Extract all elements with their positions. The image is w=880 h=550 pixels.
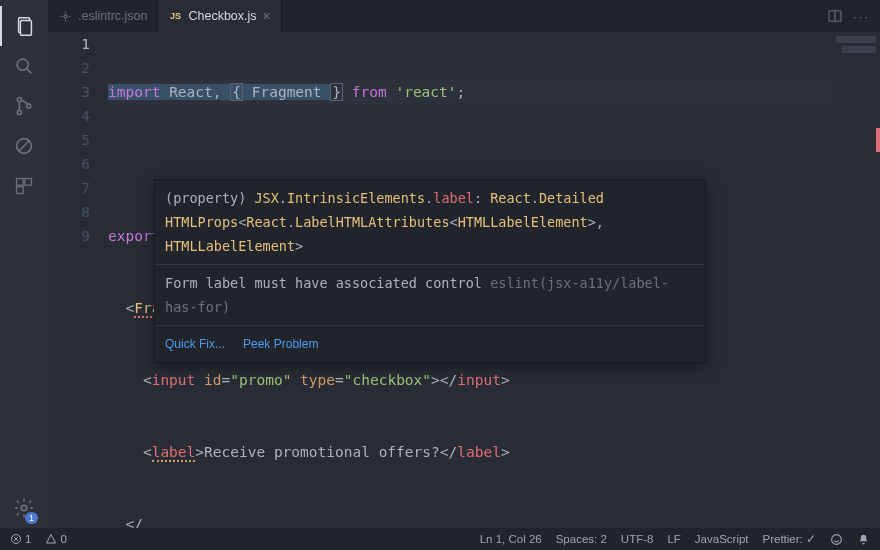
- hover-tooltip: (property) JSX.IntrinsicElements.label: …: [154, 179, 706, 363]
- debug-disabled-icon[interactable]: [0, 126, 48, 166]
- json-settings-icon: [58, 9, 72, 23]
- peek-problem-link[interactable]: Peek Problem: [243, 332, 318, 356]
- line-gutter: 1 2 3 4 5 6 7 8 9: [48, 32, 108, 528]
- svg-point-19: [832, 534, 842, 544]
- tab-eslintrc[interactable]: .eslintrc.json: [48, 0, 158, 32]
- js-file-icon: JS: [168, 9, 182, 23]
- search-icon[interactable]: [0, 46, 48, 86]
- svg-point-13: [63, 14, 66, 17]
- activity-bar: 1: [0, 0, 48, 528]
- svg-rect-1: [20, 21, 31, 36]
- status-prettier[interactable]: Prettier: ✓: [763, 532, 816, 546]
- more-actions-icon[interactable]: ···: [853, 9, 870, 24]
- split-editor-icon[interactable]: [827, 8, 843, 24]
- code-line-5[interactable]: <input id="promo" type="checkbox"></inpu…: [108, 368, 880, 392]
- minimap-error-marker: [876, 128, 880, 152]
- extensions-icon[interactable]: [0, 166, 48, 206]
- status-language[interactable]: JavaScript: [695, 533, 749, 545]
- settings-gear-icon[interactable]: 1: [0, 488, 48, 528]
- close-icon[interactable]: ×: [263, 8, 271, 24]
- svg-point-12: [21, 505, 27, 511]
- status-encoding[interactable]: UTF-8: [621, 533, 654, 545]
- code-line-6[interactable]: <label>Receive promotional offers?</labe…: [108, 440, 880, 464]
- hover-signature: (property) JSX.IntrinsicElements.label: …: [155, 180, 705, 264]
- svg-line-3: [27, 69, 32, 74]
- status-feedback-icon[interactable]: [830, 533, 843, 546]
- svg-rect-11: [17, 187, 24, 194]
- status-cursor-position[interactable]: Ln 1, Col 26: [480, 533, 542, 545]
- svg-point-5: [17, 110, 21, 114]
- svg-point-4: [17, 97, 21, 101]
- svg-rect-10: [25, 179, 32, 186]
- status-bar: 1 0 Ln 1, Col 26 Spaces: 2 UTF-8 LF Java…: [0, 528, 880, 550]
- svg-point-2: [17, 59, 28, 70]
- status-warnings[interactable]: 0: [45, 533, 66, 545]
- status-errors[interactable]: 1: [10, 533, 31, 545]
- tab-label: Checkbox.js: [188, 9, 256, 23]
- status-indent[interactable]: Spaces: 2: [556, 533, 607, 545]
- status-bell-icon[interactable]: [857, 533, 870, 546]
- tab-checkbox-js[interactable]: JS Checkbox.js ×: [158, 0, 281, 32]
- settings-badge: 1: [25, 512, 38, 524]
- code-line-1[interactable]: import React, { Fragment } from 'react';: [108, 80, 880, 104]
- hover-problem-message: Form label must have associated control …: [155, 265, 705, 325]
- status-eol[interactable]: LF: [667, 533, 680, 545]
- minimap[interactable]: [832, 32, 880, 172]
- explorer-icon[interactable]: [0, 6, 48, 46]
- svg-line-8: [19, 141, 30, 152]
- tab-label: .eslintrc.json: [78, 9, 147, 23]
- editor-tabs: .eslintrc.json JS Checkbox.js × ···: [48, 0, 880, 32]
- source-control-icon[interactable]: [0, 86, 48, 126]
- quick-fix-link[interactable]: Quick Fix...: [165, 332, 225, 356]
- svg-point-6: [26, 104, 30, 108]
- svg-rect-9: [17, 179, 24, 186]
